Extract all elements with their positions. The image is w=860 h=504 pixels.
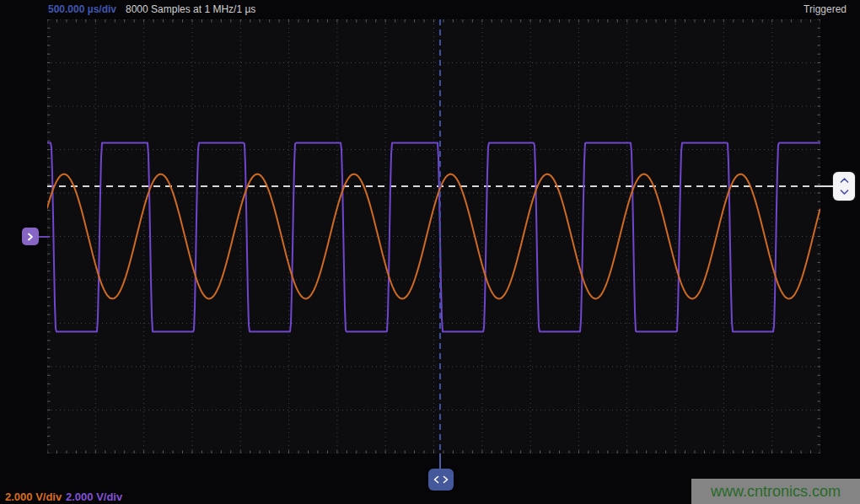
trigger-level-up-button[interactable]: [839, 177, 849, 184]
watermark-text: www.cntronics.com: [711, 483, 841, 501]
chevron-up-icon: [840, 177, 849, 184]
trigger-level-handle[interactable]: [833, 172, 855, 201]
channel2-offset-handle[interactable]: [22, 228, 39, 245]
watermark-banner: www.cntronics.com: [691, 479, 860, 504]
top-status-bar: 500.000 µs/div 8000 Samples at 1 MHz/1 µ…: [0, 0, 860, 19]
trigger-status-label: Triggered: [804, 3, 847, 15]
chevron-down-icon: [840, 189, 849, 196]
trigger-position-connector: [439, 453, 441, 469]
waveform-canvas: [47, 19, 820, 453]
scope-plot-area[interactable]: [47, 19, 820, 453]
chevron-left-icon: [433, 475, 439, 484]
oscilloscope-app: { "header": { "timebase_label": "500.000…: [0, 0, 860, 504]
chevron-right-icon: [443, 475, 449, 484]
trigger-level-connector: [820, 185, 833, 187]
channel1-scale-label[interactable]: 2.000 V/div: [5, 491, 62, 503]
channel2-offset-line: [39, 236, 50, 238]
trigger-level-down-button[interactable]: [839, 189, 849, 196]
timebase-label: 500.000 µs/div: [48, 3, 116, 15]
channel2-scale-label[interactable]: 2.000 V/div: [66, 491, 122, 503]
chevron-right-icon: [27, 233, 34, 241]
trigger-position-handle[interactable]: [428, 469, 454, 491]
sample-rate-label: 8000 Samples at 1 MHz/1 µs: [126, 3, 255, 15]
